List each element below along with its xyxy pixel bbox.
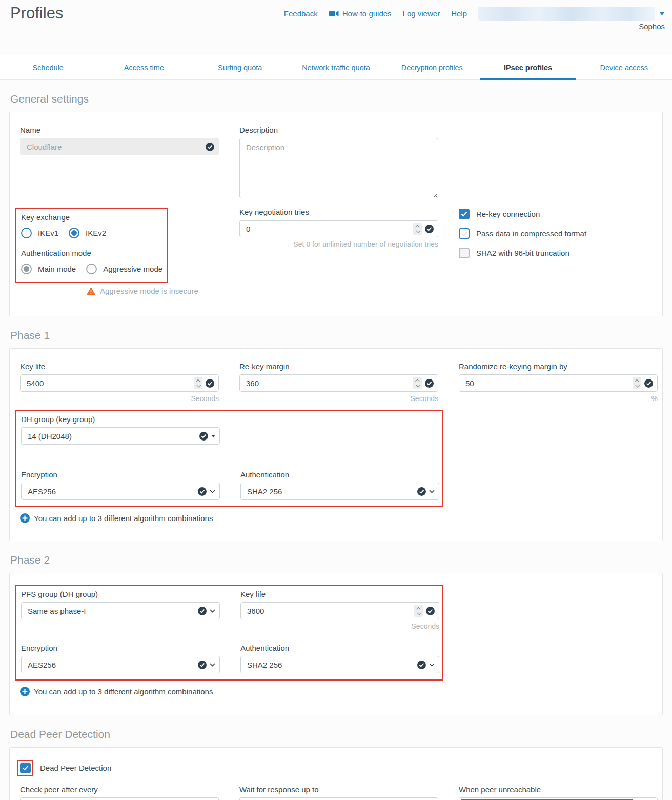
- radio-ikev1-label: IKEv1: [38, 229, 58, 237]
- tries-helper-text: Set 0 for unlimited number of negotiatio…: [239, 240, 438, 248]
- checkbox-rekey-connection[interactable]: [459, 209, 470, 219]
- stepper-control[interactable]: [633, 377, 641, 389]
- add-circle-icon[interactable]: [20, 513, 30, 523]
- phase2-authentication-value: SHA2 256: [247, 661, 414, 669]
- dpd-card: Dead Peer Detection Check peer after eve…: [9, 747, 663, 800]
- tab-network-traffic-quota[interactable]: Network traffic quota: [288, 55, 384, 79]
- name-label: Name: [20, 126, 219, 134]
- stepper-control[interactable]: [414, 605, 423, 617]
- phase2-encryption-select[interactable]: AES256: [21, 656, 220, 673]
- radio-ikev2[interactable]: [69, 228, 79, 238]
- tab-decryption-profiles[interactable]: Decryption profiles: [384, 55, 480, 79]
- radio-aggressive-mode-label: Aggressive mode: [103, 265, 162, 273]
- phase2-encryption-value: AES256: [28, 661, 195, 669]
- tab-surfing-quota[interactable]: Surfing quota: [192, 55, 288, 79]
- checkbox-rekey-connection-label: Re-key connection: [476, 210, 540, 218]
- key-negotiation-tries-input[interactable]: [246, 225, 410, 233]
- chevron-down-icon: [429, 663, 435, 667]
- phase1-algorithms-annotation-box: DH group (key group) 14 (DH2048) Encrypt…: [15, 410, 443, 507]
- phase1-heading: Phase 1: [10, 329, 662, 342]
- log-viewer-link[interactable]: Log viewer: [403, 9, 440, 18]
- name-input: [27, 143, 202, 151]
- page-title: Profiles: [10, 4, 63, 23]
- check-circle-icon: [417, 661, 426, 669]
- phase1-key-life-field: [20, 374, 219, 392]
- phase2-encryption-label: Encryption: [21, 644, 220, 652]
- dropdown-triangle-icon: [211, 435, 215, 437]
- tab-schedule[interactable]: Schedule: [0, 55, 96, 79]
- checkbox-sha2-truncation[interactable]: [459, 248, 470, 258]
- checkbox-sha2-truncation-label: SHA2 with 96-bit truncation: [476, 249, 569, 257]
- phase1-key-life-label: Key life: [20, 362, 219, 371]
- help-label: Help: [451, 9, 467, 18]
- ipsec-profiles-page: Profiles Feedback How-to guides Log view…: [0, 0, 672, 800]
- phase2-authentication-select[interactable]: SHA2 256: [240, 656, 439, 673]
- key-negotiation-tries-field: [239, 220, 438, 237]
- phase1-randomize-input[interactable]: [465, 379, 629, 388]
- phase2-pfs-group-label: PFS group (DH group): [21, 590, 220, 598]
- phase1-rekey-margin-input[interactable]: [246, 379, 410, 388]
- description-label: Description: [239, 126, 438, 134]
- phase2-add-note: You can add up to 3 different algorithm …: [34, 687, 213, 696]
- stepper-control[interactable]: [194, 377, 202, 389]
- dpd-toggle-label: Dead Peer Detection: [40, 764, 111, 772]
- key-exchange-label: Key exchange: [21, 213, 167, 222]
- radio-main-mode-label: Main mode: [38, 265, 76, 273]
- unit-label: Seconds: [240, 622, 439, 630]
- radio-main-mode[interactable]: [21, 264, 32, 274]
- key-negotiation-tries-label: Key negotiation tries: [239, 208, 438, 216]
- phase2-authentication-label: Authentication: [240, 644, 439, 652]
- phase1-randomize-field: [459, 374, 658, 392]
- howto-guides-label: How-to guides: [342, 9, 392, 18]
- checkbox-pass-data-compressed-label: Pass data in compressed format: [476, 229, 586, 238]
- stepper-control[interactable]: [413, 223, 422, 235]
- dpd-peer-unreachable-select[interactable]: Re-initiate: [459, 797, 658, 800]
- phase1-rekey-margin-label: Re-key margin: [239, 362, 438, 371]
- feedback-link[interactable]: Feedback: [284, 9, 318, 18]
- phase1-dh-group-select[interactable]: 14 (DH2048): [21, 427, 220, 445]
- stepper-control[interactable]: [413, 377, 422, 389]
- tab-access-time[interactable]: Access time: [96, 55, 192, 79]
- description-textarea[interactable]: [239, 138, 438, 198]
- phase2-key-life-input[interactable]: [247, 607, 411, 615]
- phase1-authentication-select[interactable]: SHA2 256: [240, 483, 439, 500]
- radio-aggressive-mode[interactable]: [86, 264, 97, 274]
- dpd-peer-unreachable-label: When peer unreachable: [459, 785, 658, 794]
- check-circle-icon: [206, 143, 214, 151]
- help-link[interactable]: Help: [451, 9, 467, 18]
- phase2-algorithms-annotation-box: PFS group (DH group) Same as phase-I Key…: [15, 585, 443, 681]
- general-settings-heading: General settings: [10, 92, 662, 106]
- phase2-pfs-group-select[interactable]: Same as phase-I: [21, 602, 220, 619]
- unit-label: Seconds: [20, 394, 219, 403]
- check-circle-icon: [198, 487, 207, 496]
- radio-ikev2-label: IKEv2: [86, 229, 106, 237]
- chevron-down-icon: [429, 490, 435, 493]
- check-circle-icon: [198, 607, 207, 615]
- phase2-pfs-group-value: Same as phase-I: [28, 607, 195, 615]
- check-circle-icon: [644, 379, 653, 388]
- checkbox-pass-data-compressed[interactable]: [459, 228, 470, 239]
- check-circle-icon: [417, 487, 426, 496]
- tab-device-access[interactable]: Device access: [576, 55, 672, 79]
- brand-label: Sophos: [639, 22, 665, 31]
- phase1-encryption-select[interactable]: AES256: [21, 483, 220, 500]
- phase2-key-life-field: [240, 602, 439, 619]
- phase1-authentication-label: Authentication: [240, 470, 439, 479]
- check-circle-icon: [198, 661, 207, 669]
- phase1-key-life-input[interactable]: [27, 379, 191, 388]
- add-circle-icon[interactable]: [20, 687, 30, 696]
- phase2-card: PFS group (DH group) Same as phase-I Key…: [9, 573, 663, 715]
- video-camera-icon: [329, 10, 339, 17]
- phase1-authentication-value: SHA2 256: [247, 487, 414, 496]
- dpd-wait-label: Wait for response up to: [239, 785, 438, 794]
- phase1-dh-group-label: DH group (key group): [21, 415, 220, 424]
- radio-ikev1[interactable]: [21, 228, 32, 238]
- tab-ipsec-profiles[interactable]: IPsec profiles: [480, 55, 576, 79]
- account-menu[interactable]: [478, 7, 665, 21]
- phase1-rekey-margin-field: [239, 374, 438, 392]
- checkbox-dead-peer-detection[interactable]: [20, 763, 31, 773]
- howto-guides-link[interactable]: How-to guides: [329, 9, 392, 18]
- chevron-down-icon: [210, 663, 215, 667]
- phase2-key-life-label: Key life: [240, 590, 439, 598]
- dpd-checkbox-annotation-box: [17, 760, 33, 776]
